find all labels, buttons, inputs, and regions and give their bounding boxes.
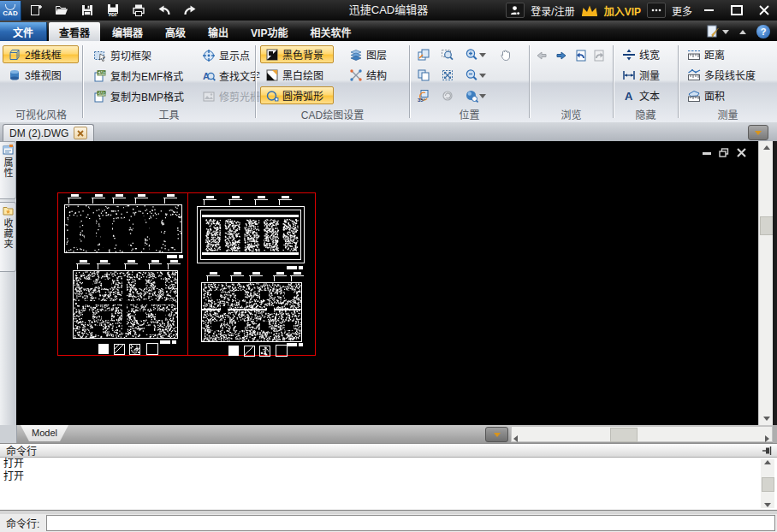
drawing-canvas[interactable] — [16, 141, 758, 425]
zoom-out-icon — [465, 68, 478, 82]
layers-button[interactable]: 图层 — [344, 45, 392, 63]
document-close-button[interactable] — [74, 127, 87, 139]
scroll-thumb[interactable] — [760, 216, 774, 235]
layers-label: 图层 — [366, 47, 387, 62]
command-history[interactable]: 打开 打开 — [0, 458, 777, 510]
close-button[interactable] — [753, 3, 774, 18]
file-menu-button[interactable]: 文件 — [0, 22, 47, 41]
more-dots-icon[interactable] — [647, 3, 666, 18]
maximize-button[interactable] — [726, 3, 747, 18]
user-account-icon[interactable] — [506, 3, 525, 18]
undo-button[interactable] — [153, 2, 175, 19]
hide-measure-button[interactable]: 测量 — [617, 66, 665, 84]
clip-frame-button[interactable]: 剪切框架 — [88, 46, 157, 64]
tab-list-dropdown-button[interactable] — [748, 125, 768, 140]
pin-panel-button[interactable] — [762, 446, 777, 456]
annotate-tool-button[interactable] — [706, 25, 729, 38]
login-register-link[interactable]: 登录/注册 — [531, 3, 574, 18]
open-file-button[interactable] — [50, 2, 73, 19]
scroll-down-button[interactable] — [761, 503, 774, 507]
collapse-ribbon-button[interactable] — [737, 27, 749, 36]
measure-area-button[interactable]: 面积 — [682, 86, 730, 104]
model-tab[interactable]: Model — [21, 425, 68, 441]
help-button[interactable]: ? — [756, 25, 770, 38]
sidebar-tab-properties[interactable]: 属性 — [0, 141, 16, 199]
zoom-out-button[interactable] — [465, 66, 486, 85]
tab-vip-features[interactable]: VIP功能 — [240, 22, 298, 41]
minimize-button[interactable] — [698, 3, 720, 18]
chevron-down-icon[interactable] — [479, 74, 486, 78]
zoom-window-button[interactable] — [441, 45, 454, 64]
arrow-up-icon — [764, 460, 771, 464]
group-measure: 距离 多段线长度 面积 测量 — [679, 41, 777, 122]
sidebar-tab-favorites[interactable]: 收藏夹 — [0, 202, 16, 272]
wireframe-2d-label: 2维线框 — [25, 47, 62, 62]
join-vip-link[interactable]: 加入VIP — [604, 3, 641, 18]
zoom-globe-button[interactable] — [465, 86, 486, 105]
show-points-icon — [202, 49, 216, 62]
bw-drawing-icon — [265, 68, 279, 82]
save-button[interactable] — [76, 2, 98, 19]
scroll-thumb[interactable] — [762, 477, 774, 492]
measure-polyline-button[interactable]: 多段线长度 — [682, 66, 761, 84]
canvas-vertical-scrollbar[interactable] — [758, 141, 774, 425]
black-background-button[interactable]: 黑色背景 — [260, 45, 334, 63]
zoom-extents-button[interactable] — [441, 66, 454, 85]
measure-distance-button[interactable]: 距离 — [682, 45, 730, 63]
redo-button[interactable] — [179, 2, 201, 19]
canvas-horizontal-scrollbar[interactable] — [511, 426, 773, 442]
tab-output[interactable]: 输出 — [198, 22, 239, 41]
rotate-view-button[interactable]: 35° — [417, 86, 430, 105]
hide-text-button[interactable]: A 文本 — [617, 86, 665, 104]
doc-minimize-button[interactable] — [703, 152, 711, 155]
cad-drawing[interactable] — [16, 141, 758, 425]
undo-icon — [157, 3, 171, 17]
wireframe-2d-button[interactable]: 2维线框 — [3, 45, 79, 63]
bw-drawing-button[interactable]: 黑白绘图 — [260, 66, 334, 84]
logo-text: CAD — [3, 10, 17, 16]
crown-icon — [581, 4, 598, 16]
app-logo-icon[interactable]: CAD — [0, 1, 21, 21]
tab-related-software[interactable]: 相关软件 — [300, 22, 361, 41]
zoom-in-button[interactable] — [465, 45, 486, 64]
print-button[interactable] — [128, 2, 150, 19]
view-3d-button[interactable]: 3维视图 — [3, 66, 79, 84]
view-forward-button[interactable] — [555, 46, 568, 65]
command-vertical-scrollbar[interactable] — [761, 459, 774, 508]
scroll-down-button[interactable] — [759, 412, 774, 425]
tab-editor[interactable]: 编辑器 — [102, 22, 153, 41]
command-input[interactable] — [46, 515, 775, 531]
tab-advanced[interactable]: 高级 — [155, 22, 196, 41]
copy-emf-label: 复制为EMF格式 — [110, 68, 183, 83]
doc-close-button[interactable] — [737, 145, 746, 161]
chevron-down-icon[interactable] — [479, 53, 486, 57]
structure-button[interactable]: 结构 — [344, 66, 392, 84]
tab-viewer[interactable]: 查看器 — [49, 22, 100, 41]
group-position: 35° 位置 — [410, 41, 529, 122]
document-tab[interactable]: DM (2).DWG — [3, 124, 94, 141]
show-points-button[interactable]: 显示点 — [197, 46, 255, 64]
switch-drawing-button[interactable] — [417, 45, 430, 64]
copy-emf-button[interactable]: EMF 复制为EMF格式 — [88, 67, 188, 85]
new-file-button[interactable] — [25, 2, 47, 19]
chevron-down-icon[interactable] — [479, 94, 486, 98]
previous-view-button[interactable] — [574, 46, 588, 65]
maximize-icon — [731, 5, 743, 15]
smooth-arc-button[interactable]: 圆滑弧形 — [260, 86, 334, 104]
group-cad-settings: 黑色背景 黑白绘图 圆滑弧形 图层 结构 CAD绘图设置 — [256, 41, 409, 122]
more-link[interactable]: 更多 — [672, 3, 692, 18]
pan-button[interactable] — [499, 45, 513, 64]
smooth-arc-icon — [265, 89, 279, 103]
scroll-thumb[interactable] — [610, 428, 638, 442]
layout-dropdown-button[interactable] — [485, 427, 508, 442]
doc-restore-button[interactable] — [719, 145, 729, 161]
scroll-up-button[interactable] — [759, 141, 774, 154]
cylinder-3d-icon — [8, 68, 21, 82]
close-icon — [759, 5, 769, 15]
scroll-up-button[interactable] — [761, 460, 774, 464]
close-icon — [737, 148, 746, 157]
copy-bmp-button[interactable]: BMP 复制为BMP格式 — [88, 87, 189, 105]
save-as-pdf-button[interactable]: PDF — [102, 2, 124, 19]
hide-line-width-button[interactable]: 线宽 — [617, 45, 665, 63]
copy-view-button[interactable] — [417, 66, 430, 85]
